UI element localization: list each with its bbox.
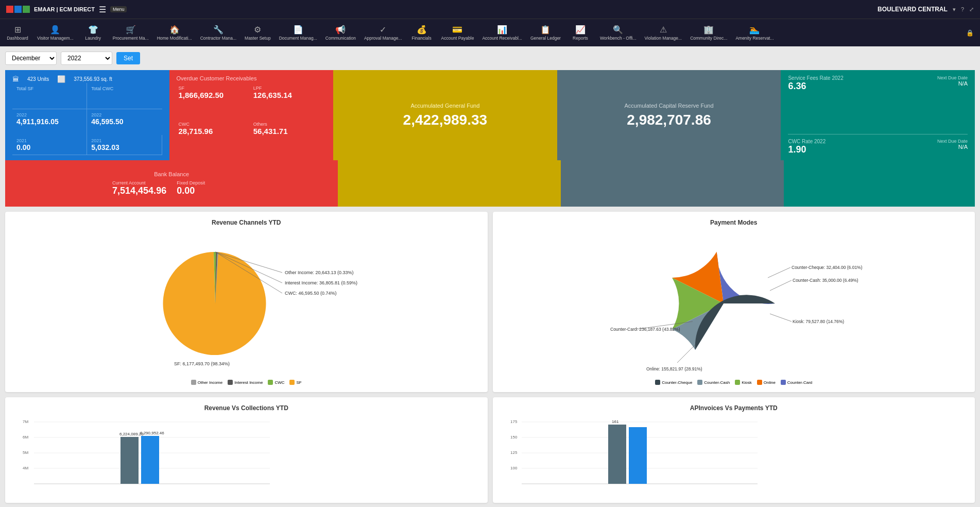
annotation-sf: SF: 6,177,493.70 (98.34%) <box>174 361 230 366</box>
menu-badge[interactable]: Menu <box>110 6 127 12</box>
chevron-down-icon[interactable]: ▾ <box>953 6 956 13</box>
bank-fixed-label: Fixed Deposit <box>177 180 231 185</box>
nav-contractor-label: Contractor Mana... <box>200 36 236 41</box>
ann-card: Counter-Card: 236,187.63 (43.82%) <box>610 327 680 332</box>
service-fees-left: Service Fees Rate 2022 6.36 <box>788 75 843 92</box>
financials-icon: 💰 <box>417 25 427 35</box>
cwc-rate-left: CWC Rate 2022 1.90 <box>788 139 826 155</box>
overdue-others-label: Others <box>253 122 324 127</box>
chart-revenue-title: Revenue Channels YTD <box>12 219 480 226</box>
overdue-lpf-label: LPF <box>253 86 324 91</box>
nav-master-setup[interactable]: ⚙ Master Setup <box>240 23 275 43</box>
approval-icon: ✓ <box>380 25 386 35</box>
unit-info: 🏛 423 Units ⬜ 373,556.93 sq. ft <box>12 75 162 83</box>
chart-revenue-channels: Revenue Channels YTD <box>5 212 488 392</box>
nav-amenity-label: Amenity Reservat... <box>735 36 773 41</box>
legend-counter-cash: Counter-Cash <box>697 380 730 385</box>
line-online <box>677 345 695 363</box>
sf-2021-cell: 2021 0.00 <box>12 135 87 155</box>
ann-online: Online: 155,821.97 (28.91%) <box>646 366 702 371</box>
chart-revenue-vs-collections: Revenue Vs Collections YTD 7M 6M 5M 4M <box>5 397 488 503</box>
help-icon[interactable]: ? <box>961 6 964 12</box>
legend-label-counter-cash: Counter-Cash <box>704 380 730 385</box>
contractor-icon: 🔧 <box>213 25 223 35</box>
spacer-yellow <box>338 160 561 207</box>
legend-sf: SF <box>289 380 301 385</box>
annotation-other: Other Income: 20,643.13 (0.33%) <box>285 270 354 275</box>
card-total-sf-cwc: 🏛 423 Units ⬜ 373,556.93 sq. ft Total SF… <box>5 70 169 160</box>
nav-account-receivable[interactable]: 📊 Account Receivabl... <box>478 23 526 43</box>
sf-2022-value: 4,911,916.05 <box>16 117 82 126</box>
spacer-teal <box>784 160 975 207</box>
topbar-left: EMAAR | ECM DIRECT ☰ Menu <box>6 5 127 14</box>
overdue-others-value: 56,431.71 <box>253 127 324 136</box>
nav-community[interactable]: 🏢 Community Direc... <box>686 23 731 43</box>
legend-dot-counter-cheque <box>655 380 660 385</box>
revenue-pie-svg: Other Income: 20,643.13 (0.33%) Interest… <box>112 231 380 376</box>
brand-name: EMAAR | ECM DIRECT <box>34 6 95 12</box>
nav-account-payable-label: Account Payable <box>441 36 474 41</box>
nav-visitor[interactable]: 👤 Visitor Managem... <box>33 23 78 43</box>
total-sf-label: Total SF <box>16 86 82 91</box>
nav-laundry-label: Laundry <box>85 36 101 41</box>
property-name: BOULEVARD CENTRAL <box>878 6 948 13</box>
ap-svg: 175 150 125 100 161 <box>510 417 768 494</box>
legend-label-counter-cheque: Counter-Cheque <box>662 380 692 385</box>
topbar: EMAAR | ECM DIRECT ☰ Menu BOULEVARD CENT… <box>0 0 980 19</box>
ap-bar <box>608 425 626 484</box>
nav-workbench[interactable]: 🔍 Workbench - Offi... <box>596 23 641 43</box>
y-label-7m: 7M <box>23 419 28 424</box>
cwc-rate-row: CWC Rate 2022 1.90 Next Due Date N/A <box>788 139 968 155</box>
account-payable-icon: 💳 <box>452 25 462 35</box>
accumulated-gf-title: Accumulated General Fund <box>410 103 479 109</box>
set-button[interactable]: Set <box>116 52 140 64</box>
nav-financials[interactable]: 💰 Financials <box>406 23 437 43</box>
cwc-rate-due-label: Next Due Date <box>937 139 968 144</box>
sf-2021-value: 0.00 <box>16 143 82 151</box>
maximize-icon[interactable]: ⤢ <box>969 6 974 13</box>
nav-approval[interactable]: ✓ Approval Manage... <box>360 23 406 43</box>
cwc-2022-year: 2022 <box>91 112 158 117</box>
collections-bar <box>141 436 159 484</box>
nav-amenity[interactable]: 🏊 Amenity Reservat... <box>731 23 778 43</box>
year-select[interactable]: 2022 <box>61 52 112 65</box>
nav-contractor[interactable]: 🔧 Contractor Mana... <box>196 23 240 43</box>
nav-reports[interactable]: 📈 Reports <box>565 23 596 43</box>
cwc-2022-value: 46,595.50 <box>91 117 158 126</box>
cwc-rate-value: 1.90 <box>788 144 826 155</box>
nav-general-ledger[interactable]: 📋 General Ledger <box>526 23 565 43</box>
nav-violation[interactable]: ⚠ Violation Manage... <box>641 23 686 43</box>
nav-communication[interactable]: 📢 Communication <box>321 23 360 43</box>
nav-visitor-label: Visitor Managem... <box>37 36 74 41</box>
month-select[interactable]: December <box>5 52 57 65</box>
overdue-others-cell: Others 56,431.71 <box>251 120 326 156</box>
bank-current-cell: Current Account 7,514,454.96 <box>112 180 166 196</box>
nav-violation-label: Violation Manage... <box>645 36 682 41</box>
ap-chart-body: 175 150 125 100 161 <box>500 417 968 496</box>
nav-dashboard[interactable]: ⊞ Dashboard <box>2 23 33 43</box>
legend-dot-other <box>191 380 196 385</box>
legend-dot-counter-cash <box>697 380 702 385</box>
legend-label-sf: SF <box>296 380 301 385</box>
ann-kiosk: Kiosk: 79,527.80 (14.76%) <box>793 319 844 324</box>
rev-col-chart-body: 7M 6M 5M 4M 6,224,089.20 6 <box>12 417 480 496</box>
y-label-175: 175 <box>510 419 518 424</box>
legend-label-interest: Interest Income <box>234 380 263 385</box>
sf-2021-year: 2021 <box>16 138 82 143</box>
topbar-right: BOULEVARD CENTRAL ▾ ? ⤢ <box>878 6 974 13</box>
nav-account-payable[interactable]: 💳 Account Payable <box>437 23 478 43</box>
cwc-rate-right: Next Due Date N/A <box>937 139 968 150</box>
hamburger-icon[interactable]: ☰ <box>99 5 106 14</box>
legend-dot-counter-card <box>781 380 786 385</box>
home-mod-icon: 🏠 <box>169 25 180 35</box>
ann-cash: Counter-Cash: 35,000.00 (6.49%) <box>793 278 858 283</box>
nav-document[interactable]: 📄 Document Manag... <box>275 23 321 43</box>
sf-2022-cell: 2022 4,911,916.05 <box>12 109 87 136</box>
nav-laundry[interactable]: 👕 Laundry <box>78 23 109 43</box>
sqft-value: 373,556.93 sq. ft <box>74 76 112 82</box>
spacer-darkgray <box>561 160 784 207</box>
accumulated-crf-value: 2,982,707.86 <box>627 112 711 128</box>
nav-home-mod[interactable]: 🏠 Home Modificati... <box>153 23 196 43</box>
payment-chart-body: Counter-Cheque: 32,404.00 (6.01%) Counte… <box>500 231 968 385</box>
nav-procurement[interactable]: 🛒 Procurement Ma... <box>109 23 153 43</box>
